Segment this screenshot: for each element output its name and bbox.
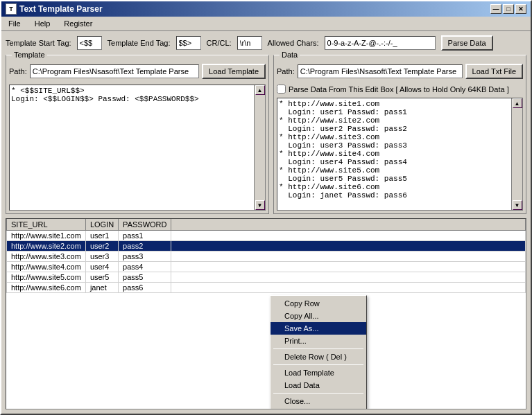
template-group-label: Template xyxy=(12,51,47,59)
context-menu: Copy Row Copy All... Save As... Print...… xyxy=(270,295,367,409)
load-txt-button[interactable]: Load Txt File xyxy=(465,64,523,79)
ctx-delete-row[interactable]: Delete Row ( Del ) xyxy=(271,351,366,363)
cell-password: pass6 xyxy=(119,283,171,293)
col-empty xyxy=(171,219,526,231)
allowed-chars-input[interactable] xyxy=(325,36,436,50)
ctx-copy-row[interactable]: Copy Row xyxy=(271,297,366,310)
cell-site: http://www.site1.com xyxy=(7,231,86,241)
cell-password: pass5 xyxy=(119,272,171,283)
template-group-content: Path: Load Template * <$$SITE_URL$$> Log… xyxy=(9,64,266,211)
table-row[interactable]: http://www.site3.com user3 pass3 xyxy=(7,251,526,262)
table-row[interactable]: http://www.site4.com user4 pass4 xyxy=(7,262,526,272)
data-group: Data Path: Load Txt File Parse Data From… xyxy=(273,55,526,214)
col-login: LOGIN xyxy=(85,219,118,231)
cell-login: user4 xyxy=(85,262,118,272)
data-scrollbar[interactable]: ▲ ▼ xyxy=(511,98,522,210)
table-body: http://www.site1.com user1 pass1 http://… xyxy=(7,231,526,293)
table-row[interactable]: http://www.site6.com janet pass6 xyxy=(7,283,526,293)
table-header-row: SITE_URL LOGIN PASSWORD xyxy=(7,219,526,231)
cell-site: http://www.site5.com xyxy=(7,272,86,283)
table-row[interactable]: http://www.site1.com user1 pass1 xyxy=(7,231,526,241)
table-row[interactable]: http://www.site2.com user2 pass2 xyxy=(7,241,526,251)
title-bar: T Text Template Parser — □ ✕ xyxy=(1,1,531,17)
minimize-button[interactable]: — xyxy=(490,4,501,14)
menu-bar: File Help Register xyxy=(1,17,531,31)
cell-password: pass3 xyxy=(119,251,171,262)
data-group-label: Data xyxy=(280,51,300,59)
cell-login: user5 xyxy=(85,272,118,283)
parse-data-checkbox[interactable] xyxy=(277,85,286,94)
allowed-label: Allowed Chars: xyxy=(268,39,319,47)
cell-site: http://www.site4.com xyxy=(7,262,86,272)
data-textarea[interactable]: * http://www.site1.com Login: user1 Pass… xyxy=(277,98,511,210)
ctx-load-data[interactable]: Load Data xyxy=(271,379,366,391)
cell-extra xyxy=(171,262,526,272)
ctx-load-template[interactable]: Load Template xyxy=(271,367,366,379)
cell-site: http://www.site3.com xyxy=(7,251,86,262)
data-path-row: Path: Load Txt File xyxy=(277,64,523,79)
data-scrollbar-up[interactable]: ▲ xyxy=(513,98,522,108)
template-scrollbar[interactable]: ▲ ▼ xyxy=(254,85,265,210)
panels-row: Template Path: Load Template * <$$SITE_U… xyxy=(6,55,526,214)
cell-login: user1 xyxy=(85,231,118,241)
checkbox-row: Parse Data From This Edit Box [ Allows t… xyxy=(277,85,523,94)
template-textarea-wrapper: * <$$SITE_URL$$> Login: <$$LOGIN$$> Pass… xyxy=(9,85,266,211)
cell-login: user2 xyxy=(85,241,118,251)
checkbox-label: Parse Data From This Edit Box [ Allows t… xyxy=(289,85,509,94)
app-icon-text: T xyxy=(9,6,13,12)
cell-password: pass2 xyxy=(119,241,171,251)
window-title: Text Template Parser xyxy=(19,4,103,14)
cell-extra xyxy=(171,251,526,262)
cell-login: user3 xyxy=(85,251,118,262)
title-buttons: — □ ✕ xyxy=(490,4,526,14)
template-path-row: Path: Load Template xyxy=(9,64,266,79)
ctx-close[interactable]: Close... xyxy=(271,395,366,407)
start-tag-input[interactable] xyxy=(77,36,102,50)
ctx-separator-2 xyxy=(273,364,363,365)
top-row: Template Start Tag: Template End Tag: CR… xyxy=(6,35,526,51)
menu-file[interactable]: File xyxy=(4,18,25,29)
cell-extra xyxy=(171,241,526,251)
ctx-separator-1 xyxy=(273,348,363,349)
menu-register[interactable]: Register xyxy=(60,18,96,29)
cell-site: http://www.site2.com xyxy=(7,241,86,251)
data-textarea-wrapper: * http://www.site1.com Login: user1 Pass… xyxy=(277,98,523,211)
close-button[interactable]: ✕ xyxy=(515,4,526,14)
template-group: Template Path: Load Template * <$$SITE_U… xyxy=(6,55,269,214)
scrollbar-up-arrow[interactable]: ▲ xyxy=(255,85,265,95)
template-path-input[interactable] xyxy=(30,64,199,78)
data-scrollbar-down[interactable]: ▼ xyxy=(513,200,522,210)
title-bar-left: T Text Template Parser xyxy=(6,3,103,15)
main-window: T Text Template Parser — □ ✕ File Help R… xyxy=(0,0,532,415)
table-header: SITE_URL LOGIN PASSWORD xyxy=(7,219,526,231)
end-tag-input[interactable] xyxy=(176,36,201,50)
data-group-content: Path: Load Txt File Parse Data From This… xyxy=(277,64,523,211)
maximize-button[interactable]: □ xyxy=(503,4,514,14)
ctx-copy-all[interactable]: Copy All... xyxy=(271,310,366,322)
ctx-save-as[interactable]: Save As... xyxy=(271,322,366,335)
scrollbar-down-arrow[interactable]: ▼ xyxy=(255,200,265,210)
parse-button[interactable]: Parse Data xyxy=(441,35,493,51)
col-password: PASSWORD xyxy=(119,219,171,231)
ctx-print[interactable]: Print... xyxy=(271,335,366,347)
data-path-label: Path: xyxy=(277,67,295,76)
menu-help[interactable]: Help xyxy=(31,18,55,29)
data-path-input[interactable] xyxy=(298,64,463,78)
load-template-button[interactable]: Load Template xyxy=(202,64,266,79)
cell-extra xyxy=(171,231,526,241)
cell-password: pass4 xyxy=(119,262,171,272)
table-row[interactable]: http://www.site5.com user5 pass5 xyxy=(7,272,526,283)
col-site-url: SITE_URL xyxy=(7,219,86,231)
ctx-separator-3 xyxy=(273,393,363,394)
cell-extra xyxy=(171,272,526,283)
table-section: SITE_URL LOGIN PASSWORD http://www.site1… xyxy=(6,218,526,409)
end-tag-label: Template End Tag: xyxy=(108,39,171,47)
template-path-label: Path: xyxy=(9,67,27,76)
crcl-label: CR/CL: xyxy=(207,39,232,47)
main-content: Template Start Tag: Template End Tag: CR… xyxy=(1,31,531,414)
cell-password: pass1 xyxy=(119,231,171,241)
crcl-input[interactable] xyxy=(237,36,262,50)
template-textarea[interactable]: * <$$SITE_URL$$> Login: <$$LOGIN$$> Pass… xyxy=(10,85,254,210)
cell-extra xyxy=(171,283,526,293)
cell-login: janet xyxy=(85,283,118,293)
